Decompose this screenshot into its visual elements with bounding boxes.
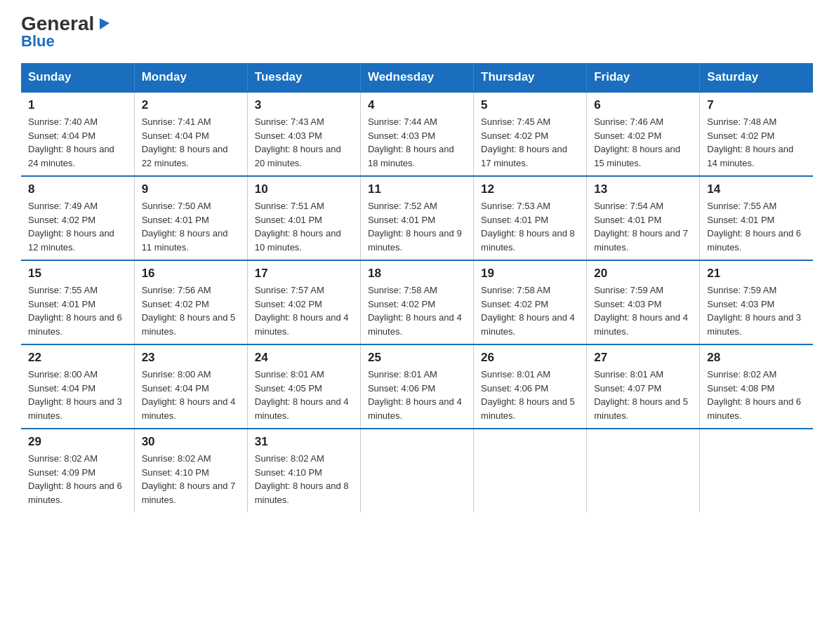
day-info: Sunrise: 7:49 AMSunset: 4:02 PMDaylight:… bbox=[28, 201, 114, 253]
day-number: 27 bbox=[594, 351, 692, 365]
day-number: 16 bbox=[142, 267, 240, 281]
calendar-cell: 30 Sunrise: 8:02 AMSunset: 4:10 PMDaylig… bbox=[134, 429, 247, 512]
day-info: Sunrise: 8:00 AMSunset: 4:04 PMDaylight:… bbox=[142, 369, 236, 421]
day-number: 11 bbox=[368, 182, 466, 196]
day-info: Sunrise: 7:53 AMSunset: 4:01 PMDaylight:… bbox=[481, 201, 575, 253]
day-number: 18 bbox=[368, 267, 466, 281]
calendar-cell: 8 Sunrise: 7:49 AMSunset: 4:02 PMDayligh… bbox=[21, 176, 134, 260]
day-info: Sunrise: 7:51 AMSunset: 4:01 PMDaylight:… bbox=[255, 201, 341, 253]
calendar-cell: 13 Sunrise: 7:54 AMSunset: 4:01 PMDaylig… bbox=[587, 176, 700, 260]
day-number: 10 bbox=[255, 182, 353, 196]
calendar-cell: 14 Sunrise: 7:55 AMSunset: 4:01 PMDaylig… bbox=[700, 176, 813, 260]
day-number: 4 bbox=[368, 98, 466, 112]
day-info: Sunrise: 7:59 AMSunset: 4:03 PMDaylight:… bbox=[707, 285, 801, 337]
calendar-cell: 25 Sunrise: 8:01 AMSunset: 4:06 PMDaylig… bbox=[360, 344, 473, 429]
day-info: Sunrise: 7:40 AMSunset: 4:04 PMDaylight:… bbox=[28, 116, 114, 168]
day-info: Sunrise: 8:01 AMSunset: 4:05 PMDaylight:… bbox=[255, 369, 349, 421]
day-info: Sunrise: 7:48 AMSunset: 4:02 PMDaylight:… bbox=[707, 116, 793, 168]
day-info: Sunrise: 7:55 AMSunset: 4:01 PMDaylight:… bbox=[28, 285, 122, 337]
day-info: Sunrise: 7:58 AMSunset: 4:02 PMDaylight:… bbox=[481, 285, 575, 337]
day-info: Sunrise: 7:56 AMSunset: 4:02 PMDaylight:… bbox=[142, 285, 236, 337]
day-number: 3 bbox=[255, 98, 353, 112]
day-number: 19 bbox=[481, 267, 579, 281]
day-number: 9 bbox=[142, 182, 240, 196]
day-number: 31 bbox=[255, 435, 353, 449]
day-info: Sunrise: 7:41 AMSunset: 4:04 PMDaylight:… bbox=[142, 116, 228, 168]
day-info: Sunrise: 8:01 AMSunset: 4:06 PMDaylight:… bbox=[481, 369, 575, 421]
calendar-cell: 1 Sunrise: 7:40 AMSunset: 4:04 PMDayligh… bbox=[21, 92, 134, 176]
day-info: Sunrise: 7:52 AMSunset: 4:01 PMDaylight:… bbox=[368, 201, 462, 253]
day-info: Sunrise: 7:54 AMSunset: 4:01 PMDaylight:… bbox=[594, 201, 688, 253]
calendar-cell: 9 Sunrise: 7:50 AMSunset: 4:01 PMDayligh… bbox=[134, 176, 247, 260]
day-number: 1 bbox=[28, 98, 127, 112]
calendar-cell: 7 Sunrise: 7:48 AMSunset: 4:02 PMDayligh… bbox=[700, 92, 813, 176]
day-info: Sunrise: 8:01 AMSunset: 4:07 PMDaylight:… bbox=[594, 369, 688, 421]
calendar-cell bbox=[587, 429, 700, 512]
calendar-table: SundayMondayTuesdayWednesdayThursdayFrid… bbox=[21, 63, 813, 512]
calendar-cell: 22 Sunrise: 8:00 AMSunset: 4:04 PMDaylig… bbox=[21, 344, 134, 429]
day-number: 12 bbox=[481, 182, 579, 196]
logo-general: General bbox=[21, 14, 94, 34]
day-number: 14 bbox=[707, 182, 806, 196]
day-info: Sunrise: 7:55 AMSunset: 4:01 PMDaylight:… bbox=[707, 201, 801, 253]
day-number: 24 bbox=[255, 351, 353, 365]
header-monday: Monday bbox=[134, 63, 247, 92]
calendar-cell: 15 Sunrise: 7:55 AMSunset: 4:01 PMDaylig… bbox=[21, 260, 134, 344]
day-number: 2 bbox=[142, 98, 240, 112]
day-number: 20 bbox=[594, 267, 692, 281]
logo-triangle-icon bbox=[97, 15, 112, 31]
day-number: 21 bbox=[707, 267, 806, 281]
calendar-cell: 28 Sunrise: 8:02 AMSunset: 4:08 PMDaylig… bbox=[700, 344, 813, 429]
day-info: Sunrise: 8:02 AMSunset: 4:08 PMDaylight:… bbox=[707, 369, 801, 421]
logo-blue: Blue bbox=[21, 32, 55, 51]
day-info: Sunrise: 8:02 AMSunset: 4:10 PMDaylight:… bbox=[142, 453, 236, 505]
day-number: 30 bbox=[142, 435, 240, 449]
calendar-cell: 16 Sunrise: 7:56 AMSunset: 4:02 PMDaylig… bbox=[134, 260, 247, 344]
calendar-cell bbox=[360, 429, 473, 512]
header-sunday: Sunday bbox=[21, 63, 134, 92]
day-number: 22 bbox=[28, 351, 127, 365]
day-number: 15 bbox=[28, 267, 127, 281]
calendar-cell: 19 Sunrise: 7:58 AMSunset: 4:02 PMDaylig… bbox=[474, 260, 587, 344]
week-row-5: 29 Sunrise: 8:02 AMSunset: 4:09 PMDaylig… bbox=[21, 429, 813, 512]
header-tuesday: Tuesday bbox=[247, 63, 360, 92]
calendar-cell bbox=[700, 429, 813, 512]
week-row-3: 15 Sunrise: 7:55 AMSunset: 4:01 PMDaylig… bbox=[21, 260, 813, 344]
calendar-cell bbox=[474, 429, 587, 512]
day-info: Sunrise: 7:58 AMSunset: 4:02 PMDaylight:… bbox=[368, 285, 462, 337]
header-wednesday: Wednesday bbox=[360, 63, 473, 92]
calendar-cell: 3 Sunrise: 7:43 AMSunset: 4:03 PMDayligh… bbox=[247, 92, 360, 176]
day-number: 29 bbox=[28, 435, 127, 449]
day-info: Sunrise: 7:45 AMSunset: 4:02 PMDaylight:… bbox=[481, 116, 567, 168]
day-info: Sunrise: 8:02 AMSunset: 4:09 PMDaylight:… bbox=[28, 453, 122, 505]
day-info: Sunrise: 7:50 AMSunset: 4:01 PMDaylight:… bbox=[142, 201, 228, 253]
calendar-cell: 4 Sunrise: 7:44 AMSunset: 4:03 PMDayligh… bbox=[360, 92, 473, 176]
calendar-cell: 31 Sunrise: 8:02 AMSunset: 4:10 PMDaylig… bbox=[247, 429, 360, 512]
calendar-cell: 17 Sunrise: 7:57 AMSunset: 4:02 PMDaylig… bbox=[247, 260, 360, 344]
day-number: 7 bbox=[707, 98, 806, 112]
header-friday: Friday bbox=[587, 63, 700, 92]
day-number: 23 bbox=[142, 351, 240, 365]
header-saturday: Saturday bbox=[700, 63, 813, 92]
svg-marker-0 bbox=[100, 18, 110, 29]
day-info: Sunrise: 8:02 AMSunset: 4:10 PMDaylight:… bbox=[255, 453, 349, 505]
calendar-cell: 10 Sunrise: 7:51 AMSunset: 4:01 PMDaylig… bbox=[247, 176, 360, 260]
calendar-cell: 20 Sunrise: 7:59 AMSunset: 4:03 PMDaylig… bbox=[587, 260, 700, 344]
day-info: Sunrise: 7:43 AMSunset: 4:03 PMDaylight:… bbox=[255, 116, 341, 168]
weekday-header-row: SundayMondayTuesdayWednesdayThursdayFrid… bbox=[21, 63, 813, 92]
day-number: 5 bbox=[481, 98, 579, 112]
calendar-cell: 24 Sunrise: 8:01 AMSunset: 4:05 PMDaylig… bbox=[247, 344, 360, 429]
calendar-cell: 23 Sunrise: 8:00 AMSunset: 4:04 PMDaylig… bbox=[134, 344, 247, 429]
day-number: 25 bbox=[368, 351, 466, 365]
logo: General Blue bbox=[21, 14, 112, 51]
day-info: Sunrise: 8:01 AMSunset: 4:06 PMDaylight:… bbox=[368, 369, 462, 421]
day-number: 26 bbox=[481, 351, 579, 365]
calendar-cell: 12 Sunrise: 7:53 AMSunset: 4:01 PMDaylig… bbox=[474, 176, 587, 260]
calendar-cell: 26 Sunrise: 8:01 AMSunset: 4:06 PMDaylig… bbox=[474, 344, 587, 429]
calendar-cell: 6 Sunrise: 7:46 AMSunset: 4:02 PMDayligh… bbox=[587, 92, 700, 176]
calendar-cell: 5 Sunrise: 7:45 AMSunset: 4:02 PMDayligh… bbox=[474, 92, 587, 176]
day-info: Sunrise: 7:44 AMSunset: 4:03 PMDaylight:… bbox=[368, 116, 454, 168]
day-info: Sunrise: 8:00 AMSunset: 4:04 PMDaylight:… bbox=[28, 369, 122, 421]
calendar-cell: 27 Sunrise: 8:01 AMSunset: 4:07 PMDaylig… bbox=[587, 344, 700, 429]
calendar-cell: 11 Sunrise: 7:52 AMSunset: 4:01 PMDaylig… bbox=[360, 176, 473, 260]
